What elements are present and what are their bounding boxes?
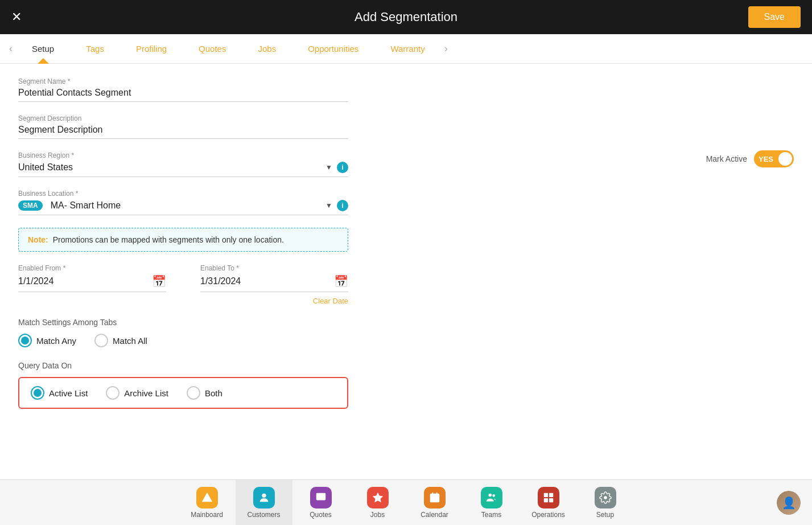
svg-marker-3 xyxy=(372,492,382,502)
svg-point-9 xyxy=(492,494,495,497)
active-list-radio[interactable]: Active List xyxy=(31,386,88,400)
jobs-icon xyxy=(367,487,389,508)
svg-rect-4 xyxy=(430,493,439,502)
tab-opportunities[interactable]: Opportunities xyxy=(292,34,374,64)
business-region-arrow: ▼ xyxy=(325,163,332,171)
business-location-info-icon[interactable]: i xyxy=(337,200,348,211)
active-list-radio-circle xyxy=(31,386,44,400)
location-badge: SMA xyxy=(18,200,43,211)
business-region-info-icon[interactable]: i xyxy=(337,162,348,173)
mainboard-icon xyxy=(196,487,218,508)
clear-date-button[interactable]: Clear Date xyxy=(18,297,348,305)
tab-jobs[interactable]: Jobs xyxy=(242,34,292,64)
top-header: ✕ Add Segmentation Save xyxy=(0,0,812,34)
enabled-to-field: Enabled To * 1/31/2024 📅 xyxy=(200,264,348,292)
tab-next-arrow[interactable]: › xyxy=(441,43,451,55)
toggle-knob xyxy=(778,152,792,166)
business-region-label: Business Region * xyxy=(18,151,348,159)
nav-calendar[interactable]: Calendar xyxy=(406,480,463,526)
note-text: Promotions can be mapped with segments w… xyxy=(53,235,284,244)
segment-name-value[interactable]: Potential Contacts Segment xyxy=(18,88,348,102)
business-region-dropdown[interactable]: United States ▼ i xyxy=(18,162,348,177)
note-box: Note: Promotions can be mapped with segm… xyxy=(18,228,348,252)
nav-customers[interactable]: Customers xyxy=(236,480,292,526)
business-location-dropdown[interactable]: SMA MA- Smart Home ▼ i xyxy=(18,200,348,215)
svg-rect-11 xyxy=(549,493,553,497)
enabled-to-calendar-icon[interactable]: 📅 xyxy=(334,274,348,288)
teams-icon xyxy=(481,487,502,508)
nav-operations[interactable]: Operations xyxy=(520,480,577,526)
mark-active-row: Mark Active YES xyxy=(706,150,794,167)
close-icon[interactable]: ✕ xyxy=(11,10,34,24)
match-settings-label: Match Settings Among Tabs xyxy=(18,318,794,327)
svg-rect-13 xyxy=(549,498,553,502)
date-row: Enabled From * 1/1/2024 📅 Enabled To * 1… xyxy=(18,264,348,292)
enabled-from-field: Enabled From * 1/1/2024 📅 xyxy=(18,264,166,292)
setup-label: Setup xyxy=(596,511,614,519)
archive-list-radio-circle xyxy=(106,386,119,400)
segment-description-value[interactable]: Segment Description xyxy=(18,125,348,139)
avatar-image: 👤 xyxy=(777,491,801,515)
business-location-field: Business Location * SMA MA- Smart Home ▼… xyxy=(18,190,348,215)
segment-name-label: Segment Name * xyxy=(18,77,348,85)
operations-icon xyxy=(538,487,559,508)
svg-rect-12 xyxy=(543,498,547,502)
teams-label: Teams xyxy=(481,511,501,519)
enabled-to-label: Enabled To * xyxy=(200,264,348,272)
enabled-from-label: Enabled From * xyxy=(18,264,166,272)
nav-mainboard[interactable]: Mainboard xyxy=(179,480,236,526)
enabled-from-value[interactable]: 1/1/2024 xyxy=(18,276,152,286)
segment-description-field: Segment Description Segment Description xyxy=(18,114,348,139)
nav-teams[interactable]: Teams xyxy=(463,480,520,526)
svg-point-1 xyxy=(262,493,266,497)
match-any-radio-circle xyxy=(18,334,32,347)
jobs-label: Jobs xyxy=(370,511,385,519)
match-all-label: Match All xyxy=(113,336,147,346)
svg-point-8 xyxy=(488,493,492,497)
page-title: Add Segmentation xyxy=(355,10,457,24)
nav-jobs[interactable]: Jobs xyxy=(349,480,406,526)
nav-quotes[interactable]: Quotes xyxy=(292,480,349,526)
tab-prev-arrow[interactable]: ‹ xyxy=(6,43,16,55)
tab-profiling[interactable]: Profiling xyxy=(120,34,183,64)
customers-icon xyxy=(253,487,275,508)
calendar-label: Calendar xyxy=(421,511,448,519)
match-settings-group: Match Any Match All xyxy=(18,334,794,347)
archive-list-label: Archive List xyxy=(124,388,168,398)
match-all-radio[interactable]: Match All xyxy=(94,334,147,347)
business-location-arrow: ▼ xyxy=(325,202,332,210)
user-avatar[interactable]: 👤 xyxy=(777,491,801,515)
both-radio[interactable]: Both xyxy=(187,386,222,400)
both-radio-circle xyxy=(187,386,200,400)
mark-active-label: Mark Active xyxy=(706,154,747,163)
mark-active-toggle[interactable]: YES xyxy=(754,150,794,167)
main-content: Mark Active YES Segment Name * Potential… xyxy=(0,64,812,479)
match-all-radio-circle xyxy=(94,334,108,347)
active-list-label: Active List xyxy=(49,388,88,398)
nav-setup[interactable]: Setup xyxy=(577,480,634,526)
svg-rect-2 xyxy=(316,493,325,500)
enabled-from-calendar-icon[interactable]: 📅 xyxy=(152,274,166,288)
note-label: Note: xyxy=(28,235,48,244)
segment-name-field: Segment Name * Potential Contacts Segmen… xyxy=(18,77,348,102)
calendar-icon xyxy=(424,487,446,508)
setup-icon xyxy=(595,487,616,508)
tab-tags[interactable]: Tags xyxy=(70,34,120,64)
save-button[interactable]: Save xyxy=(748,6,801,28)
enabled-to-value[interactable]: 1/31/2024 xyxy=(200,276,334,286)
match-any-radio[interactable]: Match Any xyxy=(18,334,76,347)
segment-description-label: Segment Description xyxy=(18,114,348,122)
tab-quotes[interactable]: Quotes xyxy=(183,34,242,64)
bottom-nav: Mainboard Customers Quotes Jobs Calendar… xyxy=(0,479,812,525)
tab-warranty[interactable]: Warranty xyxy=(374,34,440,64)
tab-navigation: ‹ Setup Tags Profiling Quotes Jobs Oppor… xyxy=(0,34,812,64)
toggle-label: YES xyxy=(759,155,773,163)
operations-label: Operations xyxy=(531,511,565,519)
tab-setup[interactable]: Setup xyxy=(16,34,70,64)
business-location-label: Business Location * xyxy=(18,190,348,198)
svg-marker-0 xyxy=(201,492,212,502)
archive-list-radio[interactable]: Archive List xyxy=(106,386,168,400)
quotes-label: Quotes xyxy=(310,511,332,519)
business-location-value: MA- Smart Home xyxy=(51,200,321,211)
svg-rect-10 xyxy=(543,493,547,497)
